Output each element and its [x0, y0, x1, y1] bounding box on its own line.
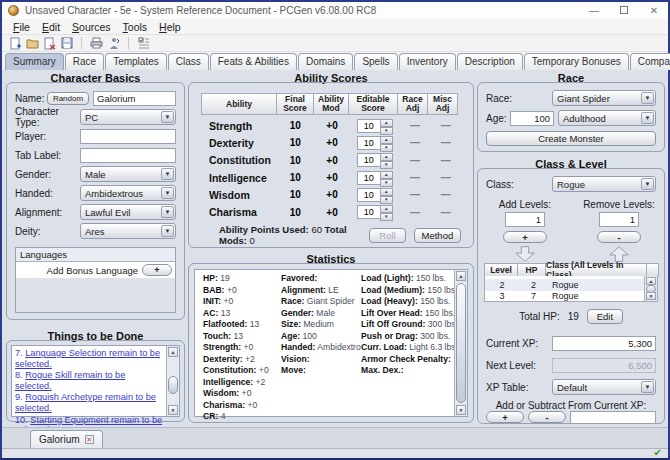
spinner-up-icon[interactable]: ▲: [380, 205, 393, 213]
tab-label-input[interactable]: [80, 148, 176, 163]
spinner-down-icon[interactable]: ▼: [380, 161, 393, 169]
spinner-up-icon[interactable]: ▲: [380, 119, 393, 127]
level-table-row[interactable]: 3 7 Rogue: [485, 291, 657, 303]
new-character-icon[interactable]: [7, 36, 24, 51]
tab-description[interactable]: Description: [457, 53, 523, 70]
method-button[interactable]: Method: [414, 228, 461, 243]
random-name-button[interactable]: Random: [47, 92, 89, 105]
spinner-up-icon[interactable]: ▲: [380, 171, 393, 179]
menu-edit[interactable]: Edit: [36, 20, 66, 34]
chevron-down-icon[interactable]: ▼: [161, 187, 174, 199]
gender-combo[interactable]: Male ▼: [80, 166, 176, 182]
scroll-up-icon[interactable]: ▲: [168, 347, 178, 357]
character-type-combo[interactable]: PC ▼: [80, 109, 176, 125]
col-header-class[interactable]: Class (All Levels In Class): [545, 263, 647, 277]
name-input[interactable]: [93, 91, 176, 106]
editable-score-spinner[interactable]: 10▲▼: [357, 171, 393, 185]
scroll-up-icon[interactable]: ▲: [456, 271, 466, 281]
todo-link[interactable]: Roguish Archetype remain to be selected.: [15, 392, 156, 413]
race-combo[interactable]: Giant Spider ▼: [552, 90, 656, 106]
editable-score-spinner[interactable]: 10▲▼: [357, 205, 393, 219]
chevron-down-icon[interactable]: ▼: [641, 178, 654, 190]
spinner-value[interactable]: 10: [357, 119, 381, 133]
class-combo[interactable]: Rogue ▼: [552, 176, 656, 192]
todo-link[interactable]: Language Selection remain to be selected…: [15, 348, 160, 369]
col-header-editable-score[interactable]: Editable Score: [348, 93, 398, 115]
statistics-scrollbar[interactable]: ▲ ▼: [454, 270, 467, 416]
menu-file[interactable]: File: [7, 20, 36, 34]
col-header-race-adj[interactable]: Race Adj: [397, 93, 428, 115]
remove-levels-button[interactable]: -: [597, 231, 641, 243]
alignment-combo[interactable]: Lawful Evil ▼: [80, 204, 176, 220]
chevron-down-icon[interactable]: ▼: [161, 168, 174, 180]
tab-feats-abilities[interactable]: Feats & Abilities: [210, 53, 297, 70]
open-character-icon[interactable]: [24, 36, 41, 51]
scroll-down-icon[interactable]: ▼: [168, 405, 178, 415]
close-tab-icon[interactable]: ✕: [85, 435, 94, 444]
spinner-down-icon[interactable]: ▼: [380, 127, 393, 135]
spinner-value[interactable]: 10: [357, 136, 381, 150]
adjust-xp-plus-button[interactable]: +: [486, 411, 524, 423]
preferences-icon[interactable]: [135, 36, 152, 51]
export-character-icon[interactable]: [105, 36, 122, 51]
chevron-down-icon[interactable]: ▼: [161, 206, 174, 218]
save-character-icon[interactable]: [58, 36, 75, 51]
col-header-hp[interactable]: HP: [517, 263, 546, 277]
menu-tools[interactable]: Tools: [117, 20, 154, 34]
todo-scrollbar[interactable]: ▲ ▼: [166, 346, 179, 416]
editable-score-spinner[interactable]: 10▲▼: [357, 153, 393, 167]
add-levels-input[interactable]: [505, 212, 545, 227]
spinner-up-icon[interactable]: ▲: [380, 136, 393, 144]
add-bonus-language-button[interactable]: +: [142, 264, 172, 276]
minimize-button[interactable]: —: [588, 5, 600, 16]
spinner-up-icon[interactable]: ▲: [380, 153, 393, 161]
col-header-ability-mod[interactable]: Ability Mod: [313, 93, 349, 115]
character-tab-galorium[interactable]: Galorium ✕: [30, 430, 103, 448]
close-character-icon[interactable]: [41, 36, 58, 51]
spinner-value[interactable]: 10: [357, 205, 381, 219]
deity-combo[interactable]: Ares ▼: [80, 223, 176, 239]
edit-hp-button[interactable]: Edit: [587, 309, 623, 324]
tab-race[interactable]: Race: [65, 53, 104, 70]
todo-link[interactable]: Rogue Skill remain to be selected.: [15, 370, 125, 391]
adjust-xp-minus-button[interactable]: -: [528, 411, 566, 423]
create-monster-button[interactable]: Create Monster: [486, 131, 656, 146]
tab-domains[interactable]: Domains: [298, 53, 353, 70]
col-header-misc-adj[interactable]: Misc Adj: [427, 93, 458, 115]
scrollbar-thumb[interactable]: [168, 376, 178, 394]
spinner-up-icon[interactable]: ▲: [380, 188, 393, 196]
chevron-down-icon[interactable]: ▼: [161, 111, 174, 123]
xp-table-combo[interactable]: Default ▼: [552, 379, 656, 395]
tab-templates[interactable]: Templates: [105, 53, 167, 70]
print-icon[interactable]: [88, 36, 105, 51]
spinner-value[interactable]: 10: [357, 171, 381, 185]
editable-score-spinner[interactable]: 10▲▼: [357, 136, 393, 150]
scrollbar-thumb[interactable]: [456, 283, 466, 403]
spinner-down-icon[interactable]: ▼: [380, 144, 393, 152]
editable-score-spinner[interactable]: 10▲▼: [357, 119, 393, 133]
tab-spells[interactable]: Spells: [354, 53, 397, 70]
age-input[interactable]: [510, 111, 554, 126]
remove-levels-input[interactable]: [599, 212, 639, 227]
roll-button[interactable]: Roll: [369, 228, 405, 243]
spinner-down-icon[interactable]: ▼: [380, 196, 393, 204]
age-category-combo[interactable]: Adulthood ▼: [558, 110, 656, 126]
tab-class[interactable]: Class: [168, 53, 209, 70]
close-button[interactable]: ✕: [648, 5, 660, 16]
handed-combo[interactable]: Ambidextrous ▼: [80, 185, 176, 201]
chevron-down-icon[interactable]: ▼: [641, 112, 654, 124]
col-header-level[interactable]: Level: [484, 263, 518, 277]
spinner-value[interactable]: 10: [357, 153, 381, 167]
chevron-down-icon[interactable]: ▼: [641, 381, 654, 393]
current-xp-input[interactable]: [552, 336, 656, 351]
col-header-final-score[interactable]: Final Score: [276, 93, 314, 115]
tab-companions[interactable]: Companions: [630, 53, 670, 70]
spinner-down-icon[interactable]: ▼: [380, 179, 393, 187]
editable-score-spinner[interactable]: 10▲▼: [357, 188, 393, 202]
tab-summary[interactable]: Summary: [5, 53, 64, 70]
player-input[interactable]: [80, 129, 176, 144]
menu-help[interactable]: Help: [153, 20, 187, 34]
tab-inventory[interactable]: Inventory: [399, 53, 456, 70]
scroll-up-icon[interactable]: ▲: [646, 277, 656, 285]
add-levels-button[interactable]: +: [503, 231, 547, 243]
